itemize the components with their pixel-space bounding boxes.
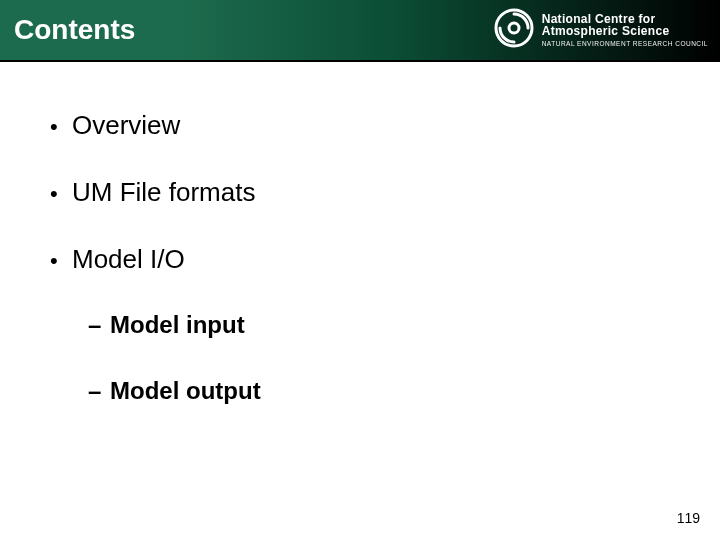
bullet-text: Model I/O: [72, 244, 185, 275]
header-bar: Contents National Centre for Atmospheric…: [0, 0, 720, 62]
bullet-dot-icon: •: [50, 248, 72, 274]
slide: Contents National Centre for Atmospheric…: [0, 0, 720, 540]
bullet-text: Model output: [110, 377, 261, 405]
bullet-level2: – Model input: [88, 311, 670, 339]
bullet-level1: • UM File formats: [50, 177, 670, 208]
org-subline: NATURAL ENVIRONMENT RESEARCH COUNCIL: [542, 41, 708, 48]
bullet-level2: – Model output: [88, 377, 670, 405]
swirl-icon: [494, 8, 534, 52]
bullet-dash-icon: –: [88, 311, 110, 339]
slide-title: Contents: [14, 14, 135, 46]
bullet-text: Overview: [72, 110, 180, 141]
bullet-text: UM File formats: [72, 177, 255, 208]
content-area: • Overview • UM File formats • Model I/O…: [50, 110, 670, 443]
org-logo-text: National Centre for Atmospheric Science …: [542, 13, 708, 48]
org-name-line2: Atmospheric Science: [542, 25, 708, 38]
page-number: 119: [677, 510, 700, 526]
org-logo: National Centre for Atmospheric Science …: [494, 8, 708, 52]
bullet-dot-icon: •: [50, 114, 72, 140]
bullet-dash-icon: –: [88, 377, 110, 405]
bullet-level1: • Model I/O: [50, 244, 670, 275]
bullet-level1: • Overview: [50, 110, 670, 141]
bullet-text: Model input: [110, 311, 245, 339]
bullet-dot-icon: •: [50, 181, 72, 207]
svg-point-1: [509, 23, 519, 33]
